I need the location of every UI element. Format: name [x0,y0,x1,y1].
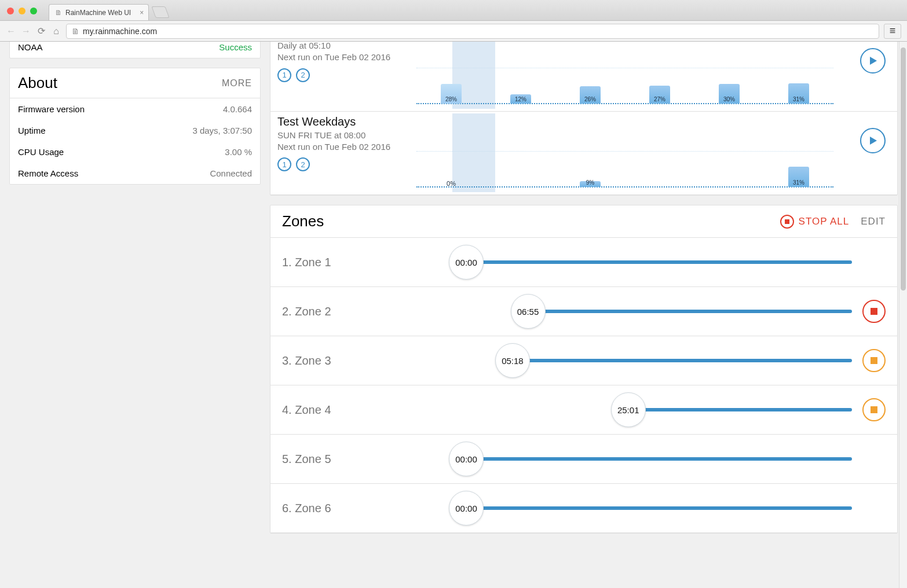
chart-bar-label: 26% [580,96,601,102]
zone-label: 3. Zone 3 [282,354,456,368]
program-zone-badge[interactable]: 2 [296,157,310,171]
new-tab-button[interactable] [152,6,170,18]
chart-bar-label: 27% [649,96,670,102]
weather-service-row[interactable]: NOAA Success [10,42,260,58]
about-value: Connected [210,168,252,178]
chart-bar: 28% [438,84,464,104]
chart-bar: 26% [577,86,603,104]
zone-slider[interactable]: 00:00 [466,249,852,275]
program-chart: 0% 9% 31% [416,125,833,189]
zone-row[interactable]: 3. Zone 3 05:18 [270,336,897,385]
about-card: About MORE Firmware version 4.0.664Uptim… [9,68,261,185]
zone-row[interactable]: 6. Zone 6 00:00 [270,484,897,533]
about-row: Remote Access Connected [10,163,260,184]
home-icon[interactable]: ⌂ [51,26,61,36]
stop-all-label: STOP ALL [799,216,850,227]
zone-pause-button[interactable] [862,398,886,421]
zone-label: 6. Zone 6 [282,502,456,515]
about-label: Firmware version [18,104,85,114]
program-row[interactable]: Daily at 05:10 Next run on Tue Feb 02 20… [270,42,897,112]
zone-slider-knob[interactable]: 00:00 [449,442,484,476]
chart-bar: 12% [508,94,533,104]
svg-marker-1 [870,137,877,145]
zone-label: 4. Zone 4 [282,403,456,417]
zone-label: 5. Zone 5 [282,453,456,466]
weather-service-name: NOAA [18,42,43,52]
zone-slider[interactable]: 00:00 [466,495,852,521]
zone-row[interactable]: 1. Zone 1 00:00 [270,238,897,287]
chart-bar-label: 28% [441,96,462,102]
about-row: Firmware version 4.0.664 [10,98,260,120]
zone-action-placeholder [862,447,886,471]
close-tab-icon[interactable]: × [140,9,144,17]
about-label: Uptime [18,126,46,135]
chart-bar: 0% [438,180,464,187]
browser-tab[interactable]: 🗎 RainMachine Web UI × [49,4,149,20]
nav-forward-icon[interactable]: → [21,26,31,36]
about-more-button[interactable]: MORE [222,78,252,89]
zone-slider-knob[interactable]: 25:01 [611,392,646,427]
zone-slider[interactable]: 05:18 [466,348,852,373]
about-value: 3.00 % [225,147,252,157]
window-zoom-icon[interactable] [30,8,37,14]
zone-stop-button[interactable] [862,300,886,323]
zone-action-placeholder [862,251,886,274]
url-bar[interactable]: 🗎 my.rainmachine.com [66,24,879,39]
browser-toolbar: ← → ⟳ ⌂ 🗎 my.rainmachine.com ≡ [0,21,907,42]
chart-bar-label: 12% [510,96,531,102]
zone-slider-knob[interactable]: 00:00 [449,491,484,525]
scrollbar-thumb[interactable] [901,47,906,291]
programs-card: Daily at 05:10 Next run on Tue Feb 02 20… [270,42,898,196]
zone-slider[interactable]: 25:01 [466,397,852,422]
chart-bar: 9% [577,181,603,187]
chart-bar: 31% [786,83,811,104]
zones-edit-button[interactable]: EDIT [861,216,886,227]
about-row: CPU Usage 3.00 % [10,141,260,163]
about-row: Uptime 3 days, 3:07:50 [10,120,260,141]
program-play-button[interactable] [860,128,886,153]
stop-all-button[interactable]: STOP ALL [780,215,850,229]
zone-label: 1. Zone 1 [282,256,456,269]
program-zone-badge[interactable]: 2 [296,68,310,82]
program-row[interactable]: Test Weekdays SUN FRI TUE at 08:00 Next … [270,112,897,196]
hamburger-menu-icon[interactable]: ≡ [884,24,901,39]
page-icon: 🗎 [55,9,62,17]
program-chart: 28% 12% 26% [416,47,833,105]
nav-back-icon[interactable]: ← [6,26,16,36]
zone-slider-knob[interactable]: 05:18 [495,343,530,378]
zone-action-placeholder [862,497,886,520]
program-zone-badge[interactable]: 1 [277,68,291,82]
zone-slider[interactable]: 06:55 [466,299,852,324]
chart-bar-label: 31% [788,179,809,186]
zones-card: Zones STOP ALL EDIT 1. Zone 1 00:00 2. Z… [270,205,898,534]
zone-row[interactable]: 4. Zone 4 25:01 [270,385,897,435]
zone-row[interactable]: 5. Zone 5 00:00 [270,435,897,484]
chart-bar-label: 31% [788,96,809,102]
weather-services-card: NOAA Success [9,42,261,58]
window-close-icon[interactable] [7,8,14,14]
zone-row[interactable]: 2. Zone 2 06:55 [270,287,897,336]
zone-pause-button[interactable] [862,349,886,372]
about-value: 3 days, 3:07:50 [192,126,252,135]
vertical-scrollbar[interactable] [899,42,907,588]
svg-marker-0 [870,57,877,65]
program-zone-badge[interactable]: 1 [277,157,291,171]
zone-slider-knob[interactable]: 06:55 [511,294,546,329]
chart-bar: 30% [716,84,742,104]
zone-slider[interactable]: 00:00 [466,446,852,472]
program-play-button[interactable] [860,48,886,74]
stop-icon [780,215,794,229]
about-value: 4.0.664 [223,104,252,114]
chart-bar: 27% [647,86,672,104]
window-controls [0,8,44,20]
weather-service-status: Success [219,42,252,52]
browser-tab-strip: 🗎 RainMachine Web UI × [0,0,907,21]
window-minimize-icon[interactable] [19,8,25,14]
reload-icon[interactable]: ⟳ [36,25,46,36]
zones-title: Zones [282,212,769,230]
chart-bar-label: 30% [719,96,740,102]
chart-bar: 31% [786,167,811,187]
chart-bar-label: 9% [580,179,601,186]
zone-label: 2. Zone 2 [282,305,456,318]
zone-slider-knob[interactable]: 00:00 [449,245,484,280]
